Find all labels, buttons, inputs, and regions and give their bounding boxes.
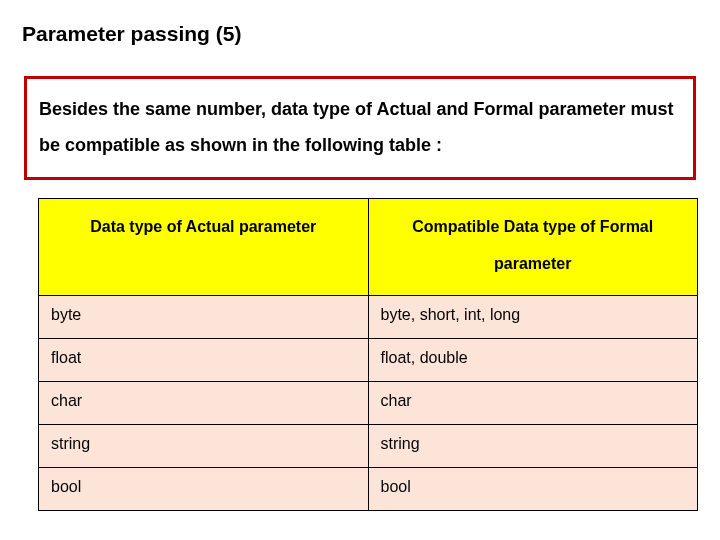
cell-formal: bool xyxy=(368,467,698,510)
table-header-row: Data type of Actual parameter Compatible… xyxy=(39,199,698,296)
page-title: Parameter passing (5) xyxy=(22,22,700,46)
cell-formal: string xyxy=(368,424,698,467)
header-formal: Compatible Data type of Formal parameter xyxy=(368,199,698,296)
header-actual: Data type of Actual parameter xyxy=(39,199,369,296)
cell-formal: byte, short, int, long xyxy=(368,295,698,338)
table-row: float float, double xyxy=(39,338,698,381)
table-row: string string xyxy=(39,424,698,467)
table-row: char char xyxy=(39,381,698,424)
cell-formal: float, double xyxy=(368,338,698,381)
cell-actual: bool xyxy=(39,467,369,510)
compat-table: Data type of Actual parameter Compatible… xyxy=(38,198,698,511)
cell-actual: byte xyxy=(39,295,369,338)
slide: Parameter passing (5) Besides the same n… xyxy=(0,0,720,540)
cell-formal: char xyxy=(368,381,698,424)
callout-box: Besides the same number, data type of Ac… xyxy=(24,76,696,180)
table-row: byte byte, short, int, long xyxy=(39,295,698,338)
cell-actual: float xyxy=(39,338,369,381)
cell-actual: char xyxy=(39,381,369,424)
table-row: bool bool xyxy=(39,467,698,510)
cell-actual: string xyxy=(39,424,369,467)
